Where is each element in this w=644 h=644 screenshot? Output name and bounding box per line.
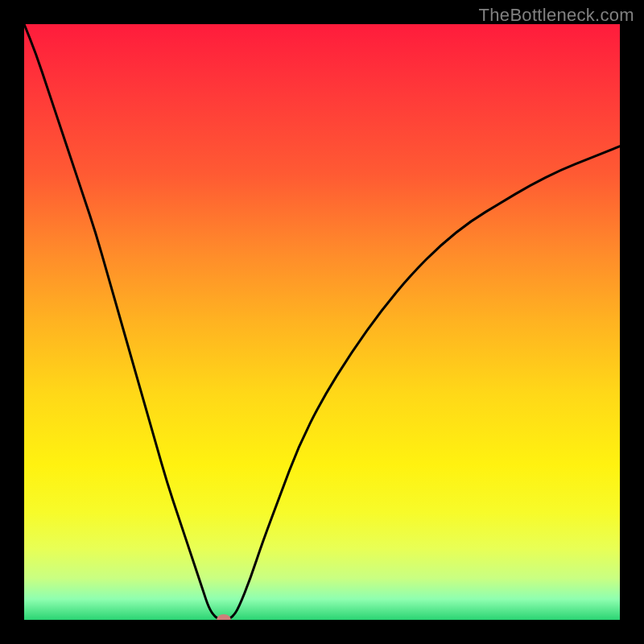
watermark-label: TheBottleneck.com [479, 5, 634, 26]
chart-frame: TheBottleneck.com [0, 0, 644, 644]
chart-background [24, 24, 620, 620]
chart-svg [24, 24, 620, 620]
plot-area [24, 24, 620, 620]
minimum-marker [217, 614, 231, 620]
